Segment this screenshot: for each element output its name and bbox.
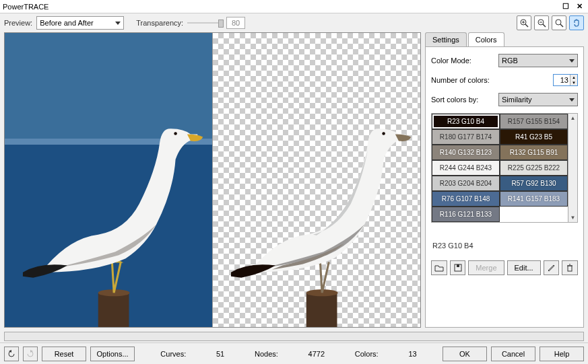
preview-label: Preview: xyxy=(4,19,32,27)
color-swatch[interactable]: R157 G155 B154 xyxy=(500,114,568,129)
color-swatch[interactable]: R141 G157 B183 xyxy=(500,191,568,207)
zoom-out-button[interactable] xyxy=(534,15,549,30)
zoom-fit-button[interactable] xyxy=(552,15,566,30)
color-mode-value: RGB xyxy=(502,57,518,65)
sort-colors-dropdown[interactable]: Similarity xyxy=(498,93,578,106)
color-mode-label: Color Mode: xyxy=(431,57,498,65)
undo-button[interactable] xyxy=(4,347,19,361)
open-palette-button[interactable] xyxy=(431,260,447,275)
color-swatch[interactable]: R76 G107 B148 xyxy=(432,191,500,207)
color-swatch[interactable]: R132 G115 B91 xyxy=(500,145,568,160)
side-panel: Settings Colors Color Mode: RGB Number o… xyxy=(425,32,584,328)
toolbar: Preview: Before and After Transparency: … xyxy=(0,13,588,32)
scroll-up-icon[interactable]: ▲ xyxy=(570,115,576,121)
preview-area[interactable] xyxy=(4,32,421,328)
delete-color-button[interactable] xyxy=(562,260,578,275)
nodes-label: Nodes: xyxy=(255,350,278,358)
tab-settings[interactable]: Settings xyxy=(425,32,467,46)
color-swatch[interactable]: R244 G244 B243 xyxy=(432,160,500,176)
selected-swatch-label: R23 G10 B4 xyxy=(431,229,578,254)
color-actions: Merge Edit... xyxy=(431,260,578,275)
svg-line-5 xyxy=(543,24,546,27)
chevron-down-icon xyxy=(115,22,121,25)
titlebar: PowerTRACE ☐ ✕ xyxy=(0,0,588,13)
help-button[interactable]: Help xyxy=(540,347,584,361)
preview-dropdown-value: Before and After xyxy=(40,19,94,27)
chevron-down-icon xyxy=(569,98,575,102)
svg-point-7 xyxy=(556,20,561,25)
color-mode-dropdown[interactable]: RGB xyxy=(498,54,578,67)
zoom-in-button[interactable] xyxy=(517,15,531,30)
color-swatch[interactable]: R140 G132 B123 xyxy=(432,145,500,160)
spin-up[interactable]: ▲ xyxy=(570,75,577,80)
svg-line-1 xyxy=(525,24,528,27)
svg-line-8 xyxy=(560,24,563,27)
sort-colors-label: Sort colors by: xyxy=(431,96,498,104)
merge-button: Merge xyxy=(468,260,504,275)
curves-label: Curves: xyxy=(160,350,186,358)
horizontal-scrollbar[interactable] xyxy=(4,332,584,341)
colors-label: Colors: xyxy=(355,350,379,358)
main-area: Settings Colors Color Mode: RGB Number o… xyxy=(0,32,588,330)
swatch-list: R23 G10 B4R157 G155 B154R180 G177 B174R4… xyxy=(431,113,578,223)
stats-bar: Curves: 51 Nodes: 4772 Colors: 13 xyxy=(139,350,438,358)
svg-point-14 xyxy=(382,132,385,135)
close-button[interactable]: ✕ xyxy=(573,2,585,11)
svg-rect-16 xyxy=(457,264,459,267)
preview-dropdown[interactable]: Before and After xyxy=(36,16,124,30)
color-swatch[interactable]: R203 G204 B204 xyxy=(432,176,500,191)
window-title: PowerTRACE xyxy=(3,3,558,11)
color-swatch[interactable]: R180 G177 B174 xyxy=(432,129,500,145)
transparency-slider: 80 xyxy=(187,17,245,29)
svg-rect-17 xyxy=(568,266,572,271)
after-pane xyxy=(212,33,420,327)
options-button[interactable]: Options... xyxy=(90,347,135,361)
sort-colors-value: Similarity xyxy=(502,96,532,104)
tab-colors[interactable]: Colors xyxy=(468,32,504,46)
chevron-down-icon xyxy=(569,59,575,63)
zoom-tools xyxy=(517,15,584,30)
reset-button[interactable]: Reset xyxy=(42,347,86,361)
scroll-down-icon[interactable]: ▼ xyxy=(570,215,576,221)
maximize-button[interactable]: ☐ xyxy=(560,2,572,11)
footer: Reset Options... Curves: 51 Nodes: 4772 … xyxy=(0,342,588,364)
color-swatch[interactable]: R41 G23 B5 xyxy=(500,129,568,145)
svg-point-11 xyxy=(174,132,176,135)
svg-rect-12 xyxy=(306,293,337,327)
spin-down[interactable]: ▼ xyxy=(570,80,577,85)
swatch-scrollbar[interactable]: ▲ ▼ xyxy=(568,114,577,222)
num-colors-spinner[interactable]: ▲▼ xyxy=(553,74,578,86)
colors-value: 13 xyxy=(408,350,416,358)
before-pane xyxy=(5,33,212,327)
transparency-label: Transparency: xyxy=(136,19,183,27)
powertrace-window: PowerTRACE ☐ ✕ Preview: Before and After… xyxy=(0,0,588,364)
redo-button[interactable] xyxy=(23,347,38,361)
edit-button[interactable]: Edit... xyxy=(507,260,541,275)
color-swatch[interactable]: R225 G225 B222 xyxy=(500,160,568,176)
ok-button[interactable]: OK xyxy=(443,347,487,361)
num-colors-label: Number of colors: xyxy=(431,76,498,84)
colors-panel: Color Mode: RGB Number of colors: ▲▼ xyxy=(425,47,584,328)
color-swatch[interactable]: R57 G92 B130 xyxy=(500,176,568,191)
cancel-button[interactable]: Cancel xyxy=(491,347,535,361)
num-colors-input[interactable] xyxy=(554,75,570,85)
pan-hand-button[interactable] xyxy=(569,15,584,30)
curves-value: 51 xyxy=(216,350,224,358)
svg-rect-9 xyxy=(98,293,129,327)
eyedropper-button[interactable] xyxy=(544,260,560,275)
panel-tabs: Settings Colors xyxy=(425,32,584,47)
nodes-value: 4772 xyxy=(308,350,325,358)
save-palette-button[interactable] xyxy=(450,260,466,275)
color-swatch[interactable]: R23 G10 B4 xyxy=(432,114,500,129)
color-swatch[interactable]: R116 G121 B133 xyxy=(432,207,500,222)
transparency-value: 80 xyxy=(226,17,245,29)
